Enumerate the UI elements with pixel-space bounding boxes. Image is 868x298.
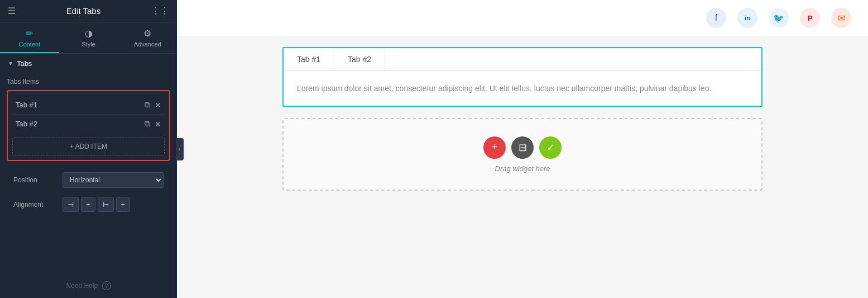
help-icon[interactable]: ?: [102, 281, 111, 290]
need-help-section: Need Help ?: [0, 273, 177, 298]
tab-2-copy-icon[interactable]: ⧉: [145, 119, 150, 129]
tabs-items-label: Tabs Items: [7, 78, 170, 86]
alignment-buttons: ⊣ + ⊢ +: [63, 197, 130, 212]
drop-confirm-button[interactable]: ✓: [539, 136, 562, 159]
tab-content[interactable]: ✏ Content: [0, 22, 59, 53]
collapse-handle[interactable]: ‹: [176, 138, 184, 160]
twitter-icon[interactable]: 🐦: [769, 8, 789, 28]
advanced-tab-label: Advanced: [134, 41, 161, 48]
tab-advanced[interactable]: ⚙ Advanced: [118, 22, 177, 53]
alignment-row: Alignment ⊣ + ⊢ +: [7, 192, 170, 216]
align-right-button[interactable]: ⊢: [98, 197, 114, 212]
grid-icon[interactable]: ⋮⋮: [151, 6, 169, 16]
items-box: Tab #1 ⧉ ✕ Tab #2 ⧉ ✕ + ADD ITEM: [7, 90, 170, 161]
drop-zone: + ⊟ ✓ Drag widget here: [282, 118, 763, 191]
email-icon[interactable]: ✉: [831, 8, 851, 28]
add-item-button[interactable]: + ADD ITEM: [12, 138, 165, 155]
align-left-button[interactable]: ⊣: [63, 197, 79, 212]
table-row: Tab #2 ⧉ ✕: [12, 115, 165, 133]
drop-zone-icons: + ⊟ ✓: [483, 136, 562, 159]
position-label: Position: [13, 176, 58, 184]
drop-add-button[interactable]: +: [483, 136, 506, 159]
position-select[interactable]: Horizontal Vertical: [63, 172, 164, 188]
widget-area: Tab #1 Tab #2 Lorem ipsum dolor sit amet…: [177, 36, 868, 298]
facebook-icon[interactable]: f: [706, 8, 726, 28]
align-justify-button[interactable]: +: [116, 197, 131, 212]
main-content: f in 🐦 P ✉ Tab #1 Tab #2 Lorem ipsum dol…: [177, 0, 868, 298]
tabs-widget: Tab #1 Tab #2 Lorem ipsum dolor sit amet…: [282, 47, 763, 107]
tab-1-copy-icon[interactable]: ⧉: [145, 100, 150, 110]
tab-2-label: Tab #2: [16, 120, 145, 128]
advanced-tab-icon: ⚙: [143, 28, 151, 39]
drop-text: Drag widget here: [495, 164, 550, 173]
style-tab-icon: ◑: [85, 28, 93, 39]
tab-1-label: Tab #1: [16, 101, 145, 109]
position-row: Position Horizontal Vertical: [7, 168, 170, 192]
section-label: Tabs: [17, 59, 32, 68]
table-row: Tab #1 ⧉ ✕: [12, 96, 165, 115]
tabs-items-section: Tabs Items Tab #1 ⧉ ✕ Tab #2 ⧉ ✕ + ADD I…: [0, 73, 177, 273]
align-center-button[interactable]: +: [81, 197, 95, 212]
tabs-widget-header: Tab #1 Tab #2: [284, 48, 761, 71]
widget-tab-1[interactable]: Tab #1: [284, 48, 334, 70]
tabs-widget-content: Lorem ipsum dolor sit amet, consectetur …: [284, 71, 761, 106]
style-tab-label: Style: [81, 41, 95, 48]
sidebar: ☰ Edit Tabs ⋮⋮ ✏ Content ◑ Style ⚙ Advan…: [0, 0, 177, 298]
sidebar-header: ☰ Edit Tabs ⋮⋮: [0, 0, 177, 22]
need-help-label[interactable]: Need Help: [66, 282, 98, 290]
alignment-label: Alignment: [13, 201, 58, 209]
sidebar-tabs-nav: ✏ Content ◑ Style ⚙ Advanced: [0, 22, 177, 54]
social-bar: f in 🐦 P ✉: [177, 0, 868, 36]
sidebar-title: Edit Tabs: [66, 6, 100, 16]
content-tab-icon: ✏: [26, 28, 33, 39]
widget-tab-2[interactable]: Tab #2: [334, 48, 385, 70]
tab-1-actions: ⧉ ✕: [145, 100, 161, 110]
hamburger-icon[interactable]: ☰: [8, 6, 16, 16]
content-tab-label: Content: [19, 41, 41, 48]
tab-2-actions: ⧉ ✕: [145, 119, 161, 129]
drop-settings-button[interactable]: ⊟: [511, 136, 534, 159]
section-arrow-icon: ▼: [8, 60, 13, 67]
tab-1-delete-icon[interactable]: ✕: [155, 101, 161, 110]
tab-style[interactable]: ◑ Style: [59, 22, 118, 53]
pinterest-icon[interactable]: P: [800, 8, 820, 28]
linkedin-icon[interactable]: in: [737, 8, 757, 28]
tab-2-delete-icon[interactable]: ✕: [155, 120, 161, 129]
section-tabs-title: ▼ Tabs: [0, 54, 177, 73]
